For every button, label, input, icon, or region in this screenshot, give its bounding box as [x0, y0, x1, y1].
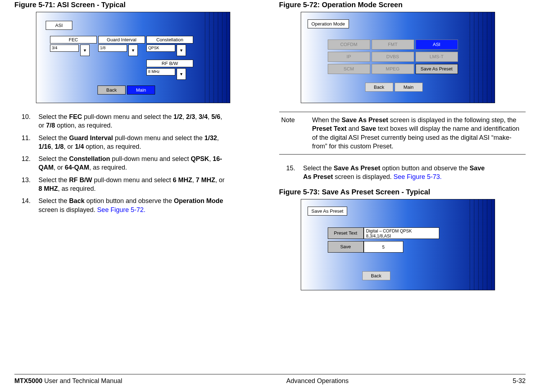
guard-value: 1/8 — [98, 45, 127, 52]
rf-dropdown[interactable]: 8 MHz ▼ — [146, 68, 186, 80]
lms-button[interactable]: LMS-T — [416, 52, 458, 62]
operation-mode-screen: Operation Mode COFDM FMT ASI IP DVBS LMS… — [301, 12, 495, 103]
scm-button[interactable]: SCM — [328, 64, 370, 74]
step-number: 12. — [22, 155, 37, 163]
step-14: 14. Select the Back option button and ob… — [14, 197, 261, 214]
footer-title: User and Technical Manual — [42, 377, 122, 384]
main-button[interactable]: Main — [127, 86, 155, 94]
figure-title-71: Figure 5-71: ASI Screen - Typical — [14, 1, 261, 9]
preset-text-field[interactable]: Digital – COFDM QPSK 8,3/4,1/8,ASI — [364, 227, 439, 239]
footer-page-number: 5-32 — [513, 377, 526, 385]
chevron-down-icon[interactable]: ▼ — [128, 45, 138, 56]
chevron-down-icon[interactable]: ▼ — [177, 68, 186, 80]
dvbs-button[interactable]: DVBS — [372, 52, 414, 62]
const-value: QPSK — [146, 45, 175, 52]
step-13: 13. Select the RF B/W pull-down menu and… — [14, 176, 261, 193]
steps-right: 15. Select the Save As Preset option but… — [279, 164, 526, 181]
step-11: 11. Select the Guard Interval pull-down … — [14, 134, 261, 151]
chevron-down-icon[interactable]: ▼ — [80, 45, 90, 56]
fmt-button[interactable]: FMT — [372, 40, 414, 50]
note-body: When the Save As Preset screen is displa… — [312, 116, 526, 151]
step-12: 12. Select the Constellation pull-down m… — [14, 155, 261, 172]
chevron-down-icon[interactable]: ▼ — [177, 45, 186, 56]
back-button[interactable]: Back — [97, 86, 126, 94]
fec-label: FEC — [50, 36, 97, 43]
figure-title-73: Figure 5-73: Save As Preset Screen - Typ… — [279, 188, 526, 196]
asi-tag: ASI — [46, 21, 72, 30]
rf-label: RF B/W — [146, 60, 193, 67]
figure-link-73[interactable]: See Figure 5-73 — [394, 173, 440, 180]
step-number: 10. — [22, 112, 37, 121]
step-number: 14. — [22, 197, 37, 205]
preset-text-label: Preset Text — [328, 227, 364, 239]
fec-value: 3/4 — [50, 45, 79, 52]
mpeg-button[interactable]: MPEG — [372, 64, 414, 74]
decorative-bands — [469, 199, 495, 290]
figure-title-72: Figure 5-72: Operation Mode Screen — [279, 1, 526, 9]
footer-product: MTX5000 — [14, 377, 42, 384]
const-dropdown[interactable]: QPSK ▼ — [146, 45, 186, 56]
page-footer: MTX5000 User and Technical Manual Advanc… — [14, 374, 526, 385]
step-number: 15. — [286, 164, 301, 172]
save-as-preset-screen: Save As Preset Preset Text Digital – COF… — [301, 199, 495, 290]
save-as-preset-tag: Save As Preset — [308, 207, 348, 216]
step-number: 11. — [22, 134, 37, 142]
ip-button[interactable]: IP — [328, 52, 370, 62]
main-button[interactable]: Main — [395, 83, 423, 92]
step-15: 15. Select the Save As Preset option but… — [279, 164, 526, 181]
guard-label: Guard Interval — [98, 36, 145, 43]
rf-value: 8 MHz — [146, 68, 175, 75]
figure-link-72[interactable]: See Figure 5-72 — [97, 206, 144, 213]
steps-left: 10. Select the FEC pull-down menu and se… — [14, 112, 261, 214]
save-as-preset-button[interactable]: Save As Preset — [416, 64, 458, 74]
note-block: Note When the Save As Preset screen is d… — [279, 112, 526, 155]
step-10: 10. Select the FEC pull-down menu and se… — [14, 112, 261, 130]
note-label: Note — [279, 116, 312, 151]
asi-button[interactable]: ASI — [416, 40, 458, 50]
const-label: Constellation — [146, 36, 193, 43]
operation-mode-tag: Operation Mode — [308, 19, 349, 28]
save-field[interactable]: 5 — [364, 241, 403, 253]
step-number: 13. — [22, 176, 37, 184]
guard-dropdown[interactable]: 1/8 ▼ — [98, 45, 138, 56]
cofdm-button[interactable]: COFDM — [328, 40, 370, 50]
decorative-bands — [205, 12, 230, 103]
asi-screen: ASI FEC Guard Interval Constellation 3/4… — [36, 12, 230, 103]
back-button[interactable]: Back — [362, 271, 390, 280]
footer-section: Advanced Operations — [286, 377, 349, 385]
fec-dropdown[interactable]: 3/4 ▼ — [50, 45, 90, 56]
back-button[interactable]: Back — [365, 83, 393, 92]
save-label: Save — [328, 241, 364, 253]
decorative-bands — [469, 12, 495, 103]
